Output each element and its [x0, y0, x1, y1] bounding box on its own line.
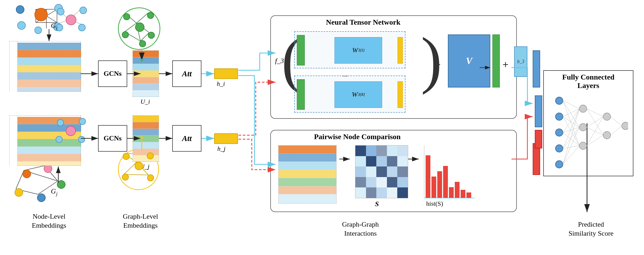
svg-line-76: [563, 117, 579, 146]
svg-line-75: [563, 117, 579, 127]
gi-node-5: [34, 27, 42, 34]
gcn-gi-n4: [78, 24, 86, 31]
gi-node-3: [17, 21, 26, 30]
hist-s: [424, 145, 474, 198]
gj-n5: [15, 188, 23, 197]
hj-vector: [214, 133, 238, 144]
w3-k-box: W3[K]: [294, 76, 405, 113]
plus-1: +: [435, 58, 441, 71]
hj-label: h_j: [217, 145, 226, 152]
svg-point-67: [579, 142, 587, 150]
hist-s-label: hist(S): [426, 200, 443, 207]
green-n1: [123, 13, 130, 20]
ntn-output-vector: [533, 50, 540, 87]
pnc-title: Pairwise Node Comparison: [314, 133, 401, 141]
svg-point-60: [555, 97, 563, 104]
green-n2: [147, 12, 154, 19]
gcns-top-label: GCNs: [104, 70, 122, 78]
svg-marker-49: [140, 135, 144, 138]
svg-line-82: [563, 146, 579, 148]
embedding-ui-block: [133, 50, 159, 97]
svg-line-80: [563, 109, 579, 148]
svg-line-91: [587, 135, 603, 146]
green-n5: [139, 40, 146, 47]
yellow-center: [135, 162, 143, 170]
svg-point-62: [555, 129, 563, 136]
matrix-gi: [9, 41, 81, 91]
svg-line-78: [563, 127, 579, 133]
gcns-bottom-label: GCNs: [104, 134, 122, 142]
predicted-label: Predicted Similarity Score: [554, 220, 628, 238]
gcn-gi-n2: [80, 7, 87, 14]
green-center: [135, 23, 144, 32]
s-label: S: [375, 200, 379, 208]
att-top-label: Att: [182, 69, 192, 78]
pairwise-s-matrix: [355, 145, 408, 198]
svg-point-68: [603, 113, 611, 120]
svg-line-93: [611, 126, 622, 135]
fc-network-svg: [549, 87, 628, 172]
att-bottom-label: Att: [182, 134, 192, 143]
gj-n1: [23, 170, 31, 178]
svg-marker-41: [140, 59, 144, 62]
w3-1-box: W3[1]: [294, 31, 405, 68]
hi-vector: [214, 68, 238, 79]
green-n3: [122, 31, 129, 38]
svg-point-63: [555, 145, 563, 152]
pairwise-embed: [278, 145, 337, 204]
gcn-gj-n3: [56, 136, 63, 143]
svg-line-88: [587, 117, 603, 127]
hi-label: h_i: [217, 80, 225, 87]
yellow-n2: [147, 152, 154, 159]
svg-line-92: [611, 117, 622, 126]
ntn-title: Neural Tensor Network: [326, 18, 400, 27]
plus-2: +: [502, 58, 509, 71]
fc-input-blue: [535, 95, 542, 127]
gcns-top: GCNs: [98, 60, 127, 87]
gj-n3: [57, 180, 65, 189]
gj-n4: [37, 194, 46, 202]
gcn-gi-n1: [57, 8, 64, 15]
gcn-gj-n4: [78, 136, 85, 143]
graph-interact-label: Graph-Graph Interactions: [318, 220, 403, 238]
gcn-gj-n2: [79, 118, 86, 125]
svg-point-61: [555, 113, 563, 120]
diagram-container: G i G j: [0, 0, 644, 255]
svg-line-74: [563, 109, 579, 117]
svg-line-52: [38, 181, 58, 194]
svg-point-69: [603, 131, 611, 139]
yellow-n3: [122, 174, 129, 181]
svg-point-70: [622, 122, 628, 130]
gcn-gi-n3: [56, 24, 63, 31]
svg-line-34: [136, 13, 148, 23]
yellow-n4: [147, 174, 154, 181]
v-matrix: V: [448, 34, 490, 87]
svg-point-65: [579, 105, 587, 112]
svg-line-81: [563, 127, 579, 148]
ui-label: U_i: [140, 98, 150, 105]
matrix-gj: [9, 115, 81, 166]
svg-line-77: [563, 109, 579, 133]
svg-line-84: [563, 127, 579, 164]
svg-line-44: [124, 162, 136, 174]
gcn-gj-center: [66, 126, 76, 136]
node-level-label: Node-Level Embeddings: [13, 212, 85, 230]
svg-line-35: [125, 23, 136, 32]
graph-level-label: Graph-Level Embeddings: [110, 212, 171, 230]
gcn-gj-n1: [57, 119, 64, 126]
svg-point-66: [579, 124, 587, 131]
gcns-bottom: GCNs: [98, 125, 127, 152]
svg-line-83: [563, 109, 579, 164]
yellow-n1: [123, 153, 130, 160]
yellow-to-att-arrow: [138, 135, 146, 151]
embedding-uj-block: [133, 115, 159, 162]
gi-node-1: [16, 5, 24, 14]
v-green-bar: [492, 34, 500, 87]
svg-line-85: [563, 146, 579, 164]
gcn-gi-center: [66, 15, 76, 25]
att-top: Att: [172, 60, 201, 87]
fc-input-red: [535, 130, 542, 148]
green-to-att-arrow: [138, 50, 146, 62]
gi-center-node: [34, 8, 48, 21]
green-n4: [148, 32, 155, 39]
